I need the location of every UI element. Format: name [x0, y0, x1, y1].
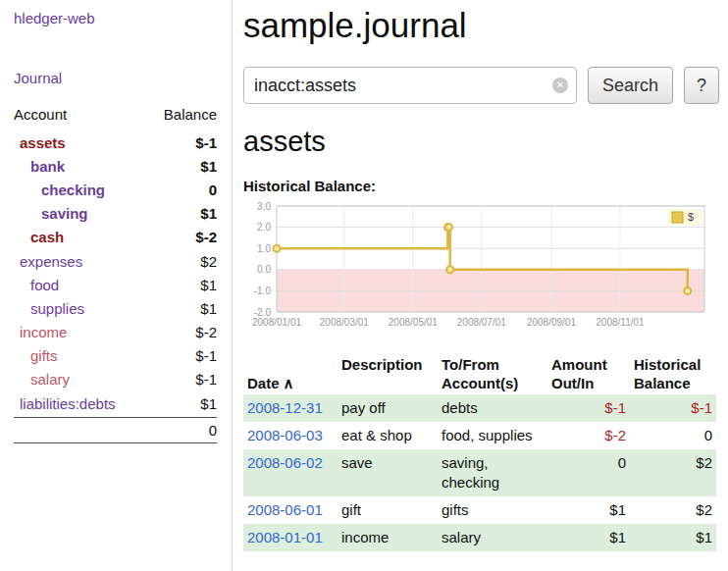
chart-x-axis-labels: 2008/01/012008/03/012008/05/012008/07/01…	[252, 317, 645, 328]
account-link-bank[interactable]: bank	[14, 158, 65, 175]
account-row: gifts $-1	[14, 344, 217, 368]
account-link-assets[interactable]: assets	[14, 134, 66, 151]
help-button[interactable]: ?	[684, 67, 719, 104]
account-balance: $2	[200, 253, 217, 270]
description-column-header: Description	[338, 353, 438, 394]
balance-column-header: Historical Balance	[630, 353, 716, 394]
legend-swatch-icon	[672, 212, 683, 223]
search-clear-icon[interactable]: ✕	[552, 78, 568, 93]
txn-balance: $2	[630, 449, 716, 496]
txn-description: gift	[338, 496, 438, 524]
txn-amount: $-1	[547, 394, 630, 422]
search-button[interactable]: Search	[588, 67, 673, 104]
accounts-total: 0	[14, 417, 217, 443]
txn-amount: $1	[547, 524, 630, 551]
register-row: 2008-12-31 pay off debts $-1 $-1	[243, 394, 716, 422]
account-link-liabilities-debts[interactable]: liabilities:debts	[14, 395, 116, 412]
svg-text:-2.0: -2.0	[254, 307, 272, 318]
svg-text:2008/09/01: 2008/09/01	[527, 317, 576, 328]
account-balance: $-2	[195, 229, 217, 245]
register-row: 2008-06-03 eat & shop food, supplies $-2…	[243, 422, 716, 449]
account-link-income[interactable]: income	[14, 324, 67, 340]
sidebar-item-journal[interactable]: Journal	[14, 70, 217, 86]
account-row: salary $-1	[14, 368, 217, 391]
svg-text:2008/01/01: 2008/01/01	[252, 317, 301, 328]
account-link-salary[interactable]: salary	[14, 371, 70, 388]
account-balance: $1	[200, 277, 217, 293]
hledger-web-page: { "colors": { "link_purple": "#6a3d9a", …	[0, 0, 728, 571]
account-balance: $1	[200, 205, 217, 222]
amount-column-header: Amount Out/In	[547, 353, 630, 394]
account-link-saving[interactable]: saving	[14, 205, 88, 222]
page-title: sample.journal	[243, 6, 728, 45]
account-row: supplies $1	[14, 296, 217, 320]
svg-text:2008/07/01: 2008/07/01	[457, 317, 506, 328]
svg-text:3.0: 3.0	[257, 201, 271, 212]
txn-accounts: salary	[438, 524, 547, 551]
svg-text:1.0: 1.0	[257, 243, 271, 254]
chart-plot-area: $	[274, 206, 705, 312]
txn-accounts: debts	[438, 394, 547, 422]
txn-accounts: gifts	[438, 496, 547, 524]
account-link-expenses[interactable]: expenses	[14, 253, 82, 270]
legend-label: $	[688, 211, 694, 223]
txn-date-link[interactable]: 2008-06-02	[247, 454, 323, 471]
account-row: liabilities:debts $1	[14, 391, 217, 415]
search-bar: ✕ Search ?	[243, 67, 728, 104]
txn-accounts: food, supplies	[438, 422, 547, 449]
date-header-label: Date	[247, 375, 280, 391]
account-link-food[interactable]: food	[14, 277, 59, 293]
app-title-link[interactable]: hledger-web	[14, 10, 217, 26]
txn-date-link[interactable]: 2008-06-01	[247, 501, 323, 518]
txn-date-link[interactable]: 2008-12-31	[247, 399, 323, 416]
txn-description: save	[338, 449, 438, 496]
account-column-header: To/From Account(s)	[438, 353, 547, 394]
svg-text:2008/05/01: 2008/05/01	[389, 317, 438, 328]
account-row: saving $1	[14, 202, 217, 226]
register-table: Date∧ Description To/From Account(s) Amo…	[243, 353, 716, 551]
svg-text:-1.0: -1.0	[254, 286, 272, 296]
register-row: 2008-06-01 gift gifts $1 $2	[243, 496, 716, 524]
account-row: food $1	[14, 273, 217, 296]
sort-ascending-icon: ∧	[284, 375, 294, 391]
date-column-header[interactable]: Date∧	[243, 353, 338, 394]
txn-balance: $1	[630, 524, 716, 551]
chart-title: Historical Balance:	[243, 178, 728, 194]
chart-y-axis-labels: 3.02.01.00.0-1.0-2.0	[254, 201, 272, 318]
sidebar: hledger-web Journal Account Balance asse…	[0, 0, 233, 571]
svg-text:2008/03/01: 2008/03/01	[320, 317, 369, 328]
accounts-table-header: Account Balance	[14, 106, 217, 130]
txn-amount: $-2	[547, 422, 630, 449]
account-balance: $-1	[195, 371, 217, 388]
search-input[interactable]	[243, 67, 577, 104]
txn-balance: $-1	[630, 394, 716, 422]
txn-date-link[interactable]: 2008-06-03	[247, 427, 323, 443]
account-row: assets $-1	[14, 130, 217, 154]
account-row: expenses $2	[14, 249, 217, 273]
account-column-header: Account	[14, 106, 67, 123]
txn-balance: $2	[630, 496, 716, 524]
account-balance: $-1	[195, 134, 217, 151]
account-link-supplies[interactable]: supplies	[14, 300, 84, 317]
txn-amount: $1	[547, 496, 630, 524]
chart-legend: $	[667, 209, 702, 226]
txn-description: pay off	[338, 394, 438, 422]
txn-date-link[interactable]: 2008-01-01	[247, 529, 323, 545]
txn-accounts: saving, checking	[438, 449, 547, 496]
account-link-cash[interactable]: cash	[14, 229, 64, 245]
account-link-checking[interactable]: checking	[14, 182, 105, 198]
account-balance: $-1	[195, 347, 217, 364]
accounts-table: Account Balance assets $-1 bank $1 check…	[14, 106, 217, 443]
svg-text:2.0: 2.0	[257, 222, 271, 233]
txn-amount: 0	[547, 449, 630, 496]
register-row: 2008-06-02 save saving, checking 0 $2	[243, 449, 716, 496]
txn-balance: 0	[630, 422, 716, 449]
txn-description: eat & shop	[338, 422, 438, 449]
account-heading: assets	[243, 126, 728, 158]
account-row: checking 0	[14, 178, 217, 201]
register-header-row: Date∧ Description To/From Account(s) Amo…	[243, 353, 716, 394]
search-box: ✕	[243, 67, 577, 104]
account-link-gifts[interactable]: gifts	[14, 347, 58, 364]
txn-description: income	[338, 524, 438, 551]
account-balance: $-2	[195, 324, 217, 340]
